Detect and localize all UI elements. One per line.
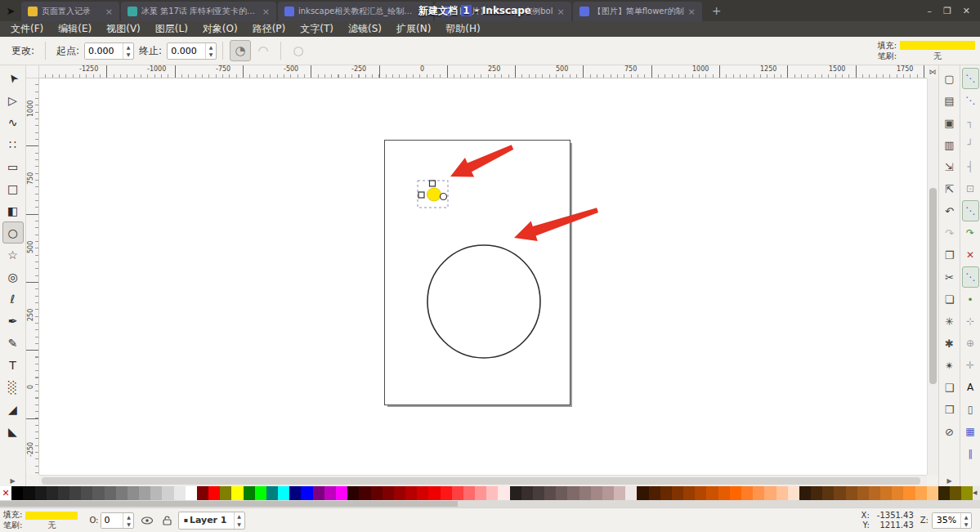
text-tool-icon[interactable]: T	[2, 354, 24, 376]
palette-swatch-60[interactable]	[695, 486, 706, 500]
new-document-icon[interactable]: ▢	[941, 68, 959, 90]
zoom-selection-icon[interactable]: ✳	[941, 311, 959, 333]
box3d-tool-icon[interactable]: ◧	[2, 199, 24, 221]
palette-swatch-24[interactable]	[278, 486, 289, 500]
close-button[interactable]: ✕	[963, 6, 970, 16]
palette-swatch-66[interactable]	[764, 486, 776, 500]
palette-swatch-82[interactable]	[950, 486, 961, 500]
zoom-spinner[interactable]: ▲▼	[960, 513, 971, 528]
snap-midpoint-icon[interactable]: ⊹	[962, 311, 979, 332]
palette-swatch-40[interactable]	[463, 486, 475, 500]
snap-text-baseline-icon[interactable]: A	[962, 377, 979, 398]
palette-swatch-17[interactable]	[197, 486, 208, 500]
palette-swatch-2[interactable]	[23, 486, 34, 500]
arc-start-spinbox[interactable]: ▲▼	[84, 42, 134, 60]
open-icon[interactable]: ▤	[941, 90, 959, 112]
palette-swatch-18[interactable]	[208, 486, 220, 500]
palette-swatch-20[interactable]	[231, 486, 243, 500]
palette-swatch-53[interactable]	[614, 486, 625, 500]
selector-tool-icon[interactable]: ➤	[2, 67, 24, 89]
pie-slice-button[interactable]: ◔	[230, 40, 251, 61]
palette-swatch-63[interactable]	[730, 486, 741, 500]
palette-swatch-33[interactable]	[383, 486, 394, 500]
palette-swatch-36[interactable]	[417, 486, 428, 500]
palette-swatch-70[interactable]	[811, 486, 822, 500]
spiral-tool-icon[interactable]: ◎	[2, 266, 24, 288]
palette-swatch-3[interactable]	[35, 486, 47, 500]
snap-path-intersection-icon[interactable]: ✕	[962, 244, 979, 266]
ruler-lock-icon[interactable]: ⋈	[927, 65, 938, 78]
palette-swatch-22[interactable]	[255, 486, 266, 500]
ellipse-tool-icon[interactable]: ○	[2, 221, 24, 244]
palette-scrollbar-thumb[interactable]	[0, 501, 458, 507]
palette-swatch-21[interactable]	[244, 486, 255, 500]
palette-swatch-19[interactable]	[220, 486, 231, 500]
palette-swatch-5[interactable]	[58, 486, 69, 500]
arc-start-spinner[interactable]: ▲▼	[123, 43, 133, 59]
ellipse-top-handle[interactable]	[430, 181, 436, 186]
tab-close-icon[interactable]: ×	[105, 7, 113, 17]
zoom-input[interactable]	[933, 513, 960, 528]
pen-tool-icon[interactable]: ✒	[2, 310, 24, 332]
palette-swatch-15[interactable]	[174, 486, 186, 500]
palette-swatch-45[interactable]	[521, 486, 533, 500]
vertical-ruler[interactable]: 10007505002500-250	[26, 78, 39, 475]
palette-swatch-30[interactable]	[347, 486, 359, 500]
palette-swatch-10[interactable]	[116, 486, 128, 500]
palette-swatch-35[interactable]	[405, 486, 417, 500]
palette-swatch-72[interactable]	[834, 486, 845, 500]
arc-start-input[interactable]	[85, 43, 123, 59]
zoom-spinbox[interactable]: ▲▼	[932, 512, 972, 529]
snap-bbox-midpoint-icon[interactable]: ┤	[962, 156, 979, 177]
palette-swatch-25[interactable]	[289, 486, 301, 500]
palette-swatch-39[interactable]	[452, 486, 463, 500]
palette-swatch-59[interactable]	[683, 486, 695, 500]
palette-none-swatch[interactable]: ✕	[0, 486, 11, 500]
arc-end-spinbox[interactable]: ▲▼	[167, 42, 217, 60]
snap-bbox-corner-icon[interactable]: ┘	[962, 134, 979, 155]
palette-swatch-16[interactable]	[186, 486, 197, 500]
snap-rotation-center-icon[interactable]: ✛	[962, 355, 979, 376]
palette-swatch-56[interactable]	[649, 486, 660, 500]
menu-item-1[interactable]: 文件(F)	[3, 21, 51, 37]
palette-swatch-68[interactable]	[788, 486, 799, 500]
star-tool-icon[interactable]: ☆	[2, 244, 24, 266]
snap-bbox-edge-icon[interactable]: ┐	[962, 112, 979, 133]
measure-tool-icon[interactable]: ▭	[2, 155, 24, 177]
palette-swatch-14[interactable]	[162, 486, 173, 500]
palette-swatch-31[interactable]	[359, 486, 370, 500]
snap-bbox-center-icon[interactable]: ⊡	[962, 178, 979, 199]
palette-swatch-34[interactable]	[394, 486, 405, 500]
palette-swatch-83[interactable]	[961, 486, 973, 500]
palette-swatch-9[interactable]	[105, 486, 116, 500]
palette-swatch-1[interactable]	[11, 486, 23, 500]
palette-swatch-42[interactable]	[486, 486, 498, 500]
snap-bbox-icon[interactable]: ⋱	[962, 90, 979, 111]
snap-grid-icon[interactable]: ▦	[962, 421, 979, 442]
snap-node-icon[interactable]: ⋱	[962, 200, 979, 221]
palette-swatch-79[interactable]	[915, 486, 927, 500]
palette-swatch-47[interactable]	[544, 486, 556, 500]
snap-smooth-node-icon[interactable]: ∙	[962, 288, 979, 310]
browser-tab-3[interactable]: inkscape相关教程汇总_绘制图案_inksc×	[278, 2, 433, 21]
palette-swatch-73[interactable]	[846, 486, 857, 500]
palette-scroll-arrow[interactable]: ◀	[973, 486, 980, 500]
zoom-drawing-icon[interactable]: ✱	[941, 333, 959, 355]
layer-selector[interactable]: ▪ Layer 1 ▲▼	[178, 512, 244, 530]
whole-ellipse-button[interactable]: ○	[288, 40, 309, 61]
palette-swatch-69[interactable]	[799, 486, 811, 500]
ellipse-arc-handle[interactable]	[441, 194, 447, 200]
browser-tab-5[interactable]: 【图片】简单flower的制×	[573, 2, 702, 21]
palette-swatch-8[interactable]	[92, 486, 104, 500]
tab-close-icon[interactable]: ×	[262, 7, 270, 17]
new-tab-button[interactable]: +	[704, 0, 730, 21]
undo-icon[interactable]: ↶	[941, 200, 959, 222]
opacity-input[interactable]	[101, 513, 123, 528]
tab-close-icon[interactable]: ×	[688, 7, 696, 17]
palette-swatch-64[interactable]	[741, 486, 753, 500]
drawn-circle[interactable]	[427, 245, 540, 358]
export-icon[interactable]: ⇱	[941, 178, 959, 200]
layer-visibility-icon[interactable]	[141, 516, 154, 525]
palette-swatch-51[interactable]	[591, 486, 602, 500]
selected-yellow-ellipse[interactable]	[418, 181, 448, 208]
